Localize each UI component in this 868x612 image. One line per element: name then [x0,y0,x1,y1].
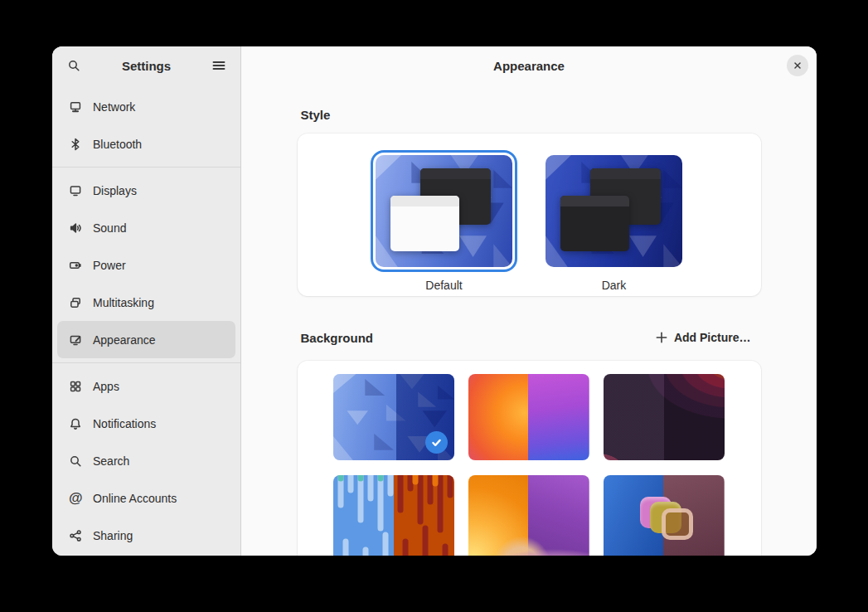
content-header: Appearance [241,46,817,85]
appearance-icon [69,333,82,347]
check-icon [430,436,443,449]
settings-window: Settings Network Bluetooth [52,46,817,556]
close-button[interactable] [787,55,808,76]
sidebar-item-multitasking[interactable]: Multitasking [57,284,235,321]
multitasking-icon [69,296,82,309]
sidebar-item-appearance[interactable]: Appearance [57,321,235,358]
sidebar-item-label: Search [93,454,129,468]
wallpaper-dark-wavy[interactable] [604,374,725,460]
wallpaper-orange-purple-folds[interactable] [468,475,589,556]
close-icon [793,61,803,70]
glass-cube [662,508,693,540]
sidebar-item-label: Power [93,259,126,272]
page-title: Appearance [493,59,565,73]
wallpaper-grid [298,374,761,556]
fold-highlight-overlay [468,475,589,556]
network-icon [69,100,82,114]
style-option-label: Dark [602,279,627,292]
style-option-default[interactable]: Default [371,150,517,292]
sidebar-item-label: Apps [93,380,119,393]
style-dark-ring [541,150,687,272]
search-icon [69,454,82,468]
notifications-icon [69,417,82,430]
sidebar-item-label: Sound [93,221,126,235]
sidebar-item-online-accounts[interactable]: @ Online Accounts [57,479,235,517]
sidebar-separator [52,167,240,168]
power-icon [69,259,82,272]
style-default-preview [376,155,512,267]
add-picture-label: Add Picture… [674,331,751,344]
sound-icon [69,221,82,235]
sidebar: Settings Network Bluetooth [52,46,241,556]
sidebar-item-displays[interactable]: Displays [57,172,235,209]
sidebar-item-network[interactable]: Network [57,88,235,125]
page-body: Style Default [298,85,761,556]
apps-icon [69,380,82,393]
sidebar-title: Settings [85,59,207,73]
sidebar-item-search[interactable]: Search [57,442,235,479]
sidebar-separator [52,362,240,363]
sidebar-item-label: Multitasking [93,296,154,309]
wallpaper-glossy-cubes[interactable] [604,475,725,556]
sidebar-item-label: Notifications [93,417,156,430]
sidebar-item-sound[interactable]: Sound [57,209,235,246]
sidebar-item-apps[interactable]: Apps [57,367,235,405]
style-option-label: Default [425,279,462,292]
sidebar-item-label: Network [93,100,135,114]
wallpaper-blue-orange-drips[interactable] [333,475,454,556]
sidebar-item-label: Online Accounts [93,492,177,505]
add-picture-button[interactable]: Add Picture… [649,326,758,349]
sidebar-item-sharing[interactable]: Sharing [57,517,235,554]
bluetooth-icon [69,138,82,151]
style-default-selection-ring [371,150,517,272]
search-button[interactable] [62,54,85,77]
sidebar-item-bluetooth[interactable]: Bluetooth [57,125,235,163]
style-option-dark[interactable]: Dark [541,150,687,292]
preview-dark-front-window [560,196,629,252]
preview-light-window [390,196,459,252]
sidebar-item-label: Appearance [93,333,156,347]
sidebar-item-label: Displays [93,184,137,197]
background-section-heading: Background [301,331,374,345]
sidebar-header: Settings [52,46,240,85]
sidebar-item-power[interactable]: Power [57,246,235,284]
wallpaper-orange-magenta[interactable] [468,374,589,460]
main-menu-button[interactable] [207,54,230,77]
online-accounts-icon: @ [69,492,82,505]
style-section-heading: Style [301,108,761,122]
plus-icon [656,332,667,343]
search-icon [67,59,80,72]
appearance-panel: Appearance Style [241,46,817,556]
style-dark-preview [546,155,682,267]
sidebar-item-notifications[interactable]: Notifications [57,405,235,442]
drip-pattern [333,475,454,556]
style-card: Default Dark [298,134,761,296]
background-card [298,361,761,556]
selected-check-badge [425,431,448,454]
sidebar-item-label: Bluetooth [93,138,142,151]
sidebar-nav: Network Bluetooth Displays [52,85,240,556]
hamburger-menu-icon [212,59,225,72]
sharing-icon [69,529,82,542]
wallpaper-blue-triangles[interactable] [333,374,454,460]
displays-icon [69,184,82,197]
sidebar-item-label: Sharing [93,529,133,542]
